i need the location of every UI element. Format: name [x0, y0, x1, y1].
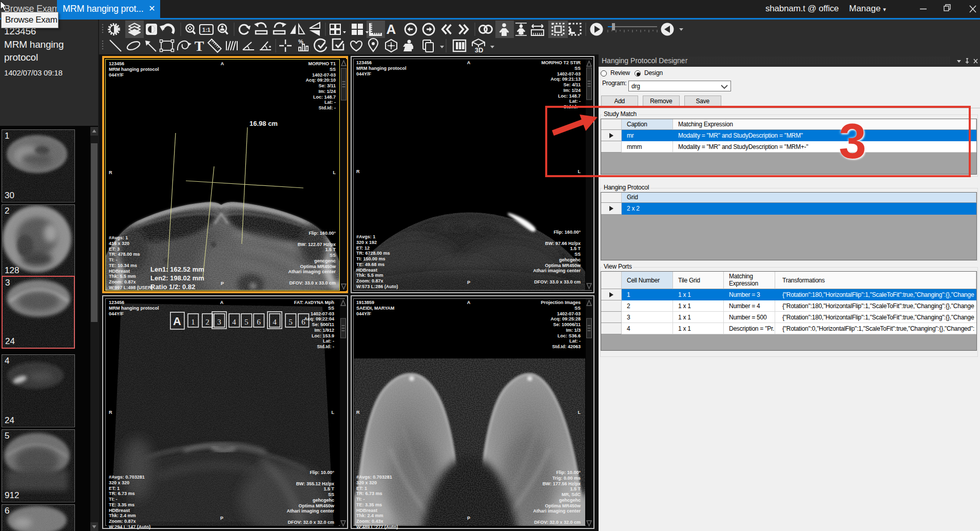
svg-text:4: 4: [273, 318, 277, 326]
svg-text:5: 5: [244, 318, 248, 326]
svg-text:1: 1: [191, 318, 195, 326]
svg-text:A: A: [173, 315, 181, 328]
svg-text:1:1: 1:1: [202, 27, 210, 33]
svg-text:3D: 3D: [475, 46, 484, 54]
svg-text:6: 6: [301, 318, 305, 326]
svg-text:6: 6: [257, 318, 261, 326]
svg-text:3: 3: [217, 318, 221, 326]
svg-text:5: 5: [289, 318, 293, 326]
svg-text:2: 2: [205, 318, 209, 326]
svg-text:4: 4: [232, 318, 236, 326]
svg-text:A: A: [387, 22, 396, 37]
svg-text:T: T: [195, 38, 204, 54]
